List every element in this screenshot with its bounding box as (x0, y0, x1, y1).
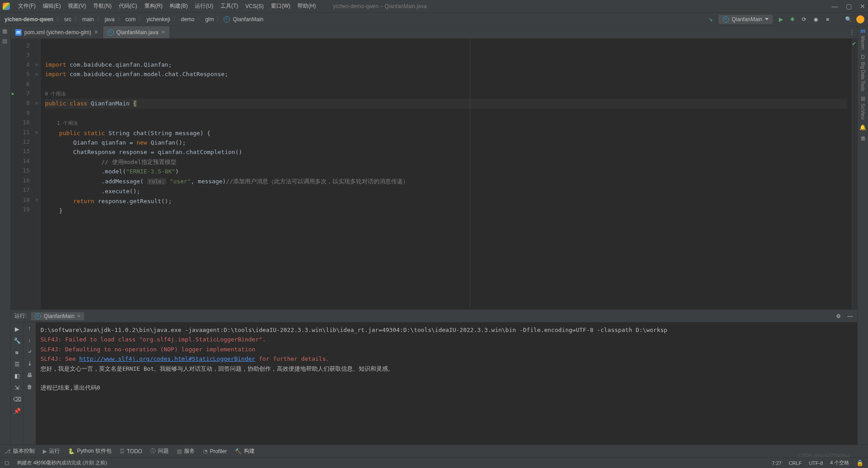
profiler-tool[interactable]: ◔Profiler (203, 448, 227, 454)
breadcrumb-item[interactable]: java (104, 16, 116, 23)
down-icon[interactable]: ↓ (28, 337, 31, 343)
menu-tools[interactable]: 工具(T) (217, 2, 242, 10)
line-gutter[interactable]: 23456▶78910111213141516171819 (11, 39, 33, 309)
menu-view[interactable]: 视图(V) (64, 2, 90, 10)
avatar-icon[interactable] (856, 15, 864, 23)
menu-vcs[interactable]: VCS(S) (242, 3, 267, 9)
code-editor[interactable]: import com.baidubce.qianfan.Qianfan; imp… (40, 39, 852, 309)
todo-tool[interactable]: ☲TODO (120, 448, 142, 454)
todo-icon: ☲ (120, 448, 125, 454)
menu-window[interactable]: 窗口(W) (267, 2, 294, 10)
services-tool[interactable]: ▤服务 (177, 447, 195, 455)
breadcrumb-item[interactable]: src (63, 16, 72, 23)
maven-label[interactable]: Maven (860, 36, 865, 50)
bigdata-icon[interactable]: D (861, 54, 865, 60)
sciview-label[interactable]: SciView (860, 104, 865, 119)
sciview-icon[interactable]: ⊞ (861, 95, 865, 102)
profile-icon[interactable]: ◉ (812, 16, 819, 23)
navigation-bar: yichen-demo-qwen〉 src〉 main〉 java〉 com〉 … (0, 13, 868, 26)
notifications-icon[interactable]: 🔔 (859, 124, 866, 131)
minimize-icon[interactable]: — (832, 3, 838, 10)
breadcrumb-item[interactable]: glm (204, 16, 215, 23)
run-toolbar-left2: ↑ ↓ ⤶ ⤓ 🖶 🗑 (23, 323, 36, 445)
maximize-icon[interactable]: ▢ (846, 3, 852, 10)
up-icon[interactable]: ↑ (28, 325, 31, 332)
build-tool[interactable]: 🔨构建 (235, 447, 255, 455)
project-tool-icon[interactable]: ▦ (2, 28, 9, 34)
caret-position[interactable]: 7:27 (772, 460, 781, 466)
layout-icon[interactable]: ☰ (13, 360, 21, 368)
run-tool[interactable]: ▶运行 (43, 447, 60, 455)
search-icon[interactable]: 🔍 (845, 16, 852, 23)
menu-navigate[interactable]: 导航(N) (90, 2, 115, 10)
trash-icon[interactable]: 🗑 (27, 384, 32, 390)
bt-label: 版本控制 (13, 447, 35, 455)
branch-icon: ⎇ (4, 448, 11, 454)
menu-edit[interactable]: 编辑(E) (39, 2, 64, 10)
stop-icon[interactable]: ■ (13, 349, 21, 356)
debug-button-icon[interactable]: ✱ (789, 16, 796, 23)
maven-icon[interactable]: m (860, 28, 865, 34)
readonly-lock-icon[interactable]: 🔒 (856, 459, 864, 466)
console-output[interactable]: D:\software\Java\jdk-11.0.2\bin\java.exe… (36, 323, 857, 445)
breadcrumb-item[interactable]: yichenkeji (145, 16, 171, 23)
titlebar: 文件(F) 编辑(E) 视图(V) 导航(N) 代码(C) 重构(R) 构建(B… (0, 0, 868, 13)
build-icon[interactable]: ↘ (707, 16, 714, 23)
print-icon[interactable]: 🖶 (27, 372, 32, 378)
run-button-icon[interactable]: ▶ (777, 16, 784, 23)
gear-icon[interactable]: ⚙ (835, 313, 842, 320)
pin-icon[interactable]: 📌 (13, 407, 21, 414)
tab-pom[interactable]: m pom.xml (yichen-demo-glm) ✕ (11, 26, 103, 38)
menu-help[interactable]: 帮助(H) (294, 2, 319, 10)
status-bar: ▢ 构建在 4秒90毫秒内成功完成 (片刻 之前) 7:27 CRLF UTF-… (0, 457, 868, 468)
menu-file[interactable]: 文件(F) (14, 2, 39, 10)
export-icon[interactable]: ⇲ (13, 384, 21, 391)
problems-tool[interactable]: ⓘ问题 (150, 447, 169, 455)
close-tab-icon[interactable]: ✕ (161, 29, 165, 35)
editor-error-stripe[interactable]: ✔ (852, 39, 857, 309)
minimize-panel-icon[interactable]: — (846, 313, 854, 320)
menu-build[interactable]: 构建(B) (166, 2, 191, 10)
rerun-icon[interactable]: ▶ (13, 325, 21, 332)
menu-run[interactable]: 运行(U) (191, 2, 217, 10)
class-icon (108, 29, 114, 36)
bt-label: 运行 (49, 447, 60, 455)
breadcrumb-item[interactable]: main (81, 16, 95, 23)
close-tab-icon[interactable]: ✕ (94, 29, 98, 35)
coverage-icon[interactable]: ⟳ (801, 16, 808, 23)
watermark: CSDN @mo1375509a3 (798, 453, 850, 458)
run-panel-title: 运行: (14, 312, 27, 320)
wrench-icon[interactable]: 🔧 (13, 337, 21, 344)
camera-icon[interactable]: ◧ (13, 372, 21, 379)
version-control-tool[interactable]: ⎇版本控制 (4, 447, 35, 455)
close-tab-icon[interactable]: ✕ (77, 314, 81, 318)
python-pkg-tool[interactable]: 🐍Python 软件包 (68, 447, 112, 455)
breadcrumb-item[interactable]: demo (180, 16, 195, 23)
indent-setting[interactable]: 4 个空格 (830, 459, 849, 466)
menu-code[interactable]: 代码(C) (115, 2, 141, 10)
bt-label: 问题 (158, 447, 169, 455)
run-tab[interactable]: QianfanMain ✕ (31, 312, 84, 320)
delete-icon[interactable]: ⌫ (13, 395, 21, 403)
breadcrumb[interactable]: yichen-demo-qwen〉 src〉 main〉 java〉 com〉 … (4, 15, 265, 23)
menu-refactor[interactable]: 重构(R) (141, 2, 166, 10)
tabs-more-icon[interactable]: ⋮ (846, 26, 857, 38)
folder-icon[interactable]: ▤ (2, 38, 9, 44)
breadcrumb-item[interactable]: com (125, 16, 137, 23)
breadcrumb-item[interactable]: QianfanMain (232, 16, 264, 23)
wrap-icon[interactable]: ⤶ (27, 349, 32, 355)
breadcrumb-item[interactable]: yichen-demo-qwen (4, 16, 54, 23)
bigdata-label[interactable]: Big Data Tools (860, 62, 865, 91)
stop-icon[interactable]: ■ (824, 16, 831, 23)
run-config-name: QianfanMain (732, 16, 762, 23)
scroll-icon[interactable]: ⤓ (27, 360, 32, 367)
close-icon[interactable]: ✕ (860, 3, 865, 10)
fold-gutter[interactable]: ⊖⊖ ⊖ ⊖ ⊖ (33, 39, 40, 309)
play-icon: ▶ (43, 448, 47, 454)
file-encoding[interactable]: UTF-8 (809, 460, 823, 466)
line-separator[interactable]: CRLF (789, 460, 802, 466)
class-icon (35, 313, 41, 319)
services-icon: ▤ (177, 448, 182, 454)
tab-qianfanmain[interactable]: QianfanMain.java ✕ (103, 26, 170, 38)
run-config-selector[interactable]: QianfanMain (719, 15, 773, 24)
